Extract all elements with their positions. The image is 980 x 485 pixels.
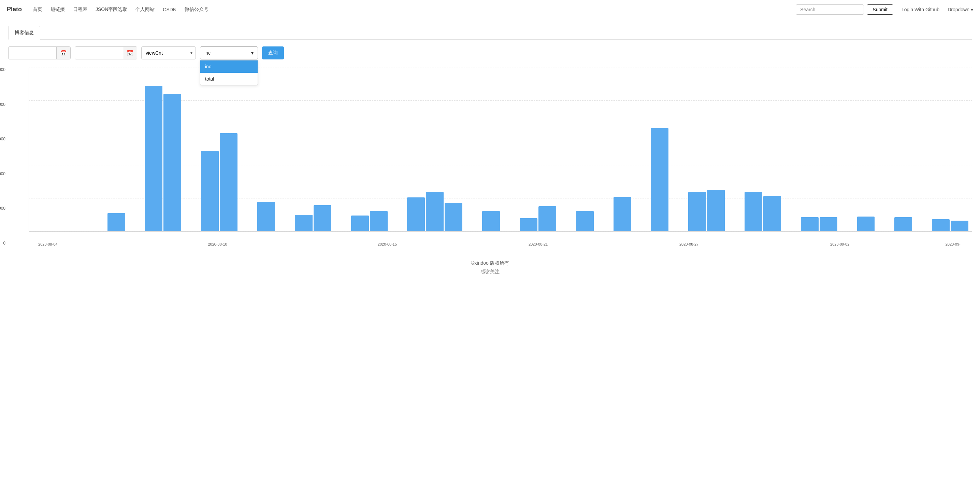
- navbar: Plato 首页 短链接 日程表 JSON字段选取 个人网站 CSDN 微信公众…: [0, 0, 980, 19]
- inc-selected-value: inc: [204, 50, 210, 56]
- x-label-3: 2020-08-21: [528, 242, 548, 246]
- bar-48: [932, 219, 950, 231]
- x-label-1: 2020-08-10: [208, 242, 227, 246]
- date-input-2[interactable]: [75, 48, 123, 58]
- bar-24: [482, 211, 500, 231]
- bar-20: [407, 198, 425, 231]
- bar-10: [220, 133, 237, 231]
- bar-14: [295, 215, 313, 231]
- inc-select-button[interactable]: inc ▾: [200, 46, 258, 59]
- bar-26: [520, 218, 538, 231]
- navbar-search-area: Submit: [796, 5, 893, 15]
- metric-select[interactable]: viewCnt: [141, 46, 196, 59]
- metric-select-wrap: viewCnt ▾: [141, 46, 196, 59]
- nav-json[interactable]: JSON字段选取: [95, 6, 127, 13]
- calendar-icon-1[interactable]: 📅: [56, 47, 70, 59]
- bar-44: [857, 217, 875, 231]
- dropdown-button[interactable]: Dropdown ▾: [948, 7, 973, 12]
- y-label-5: 5000: [0, 68, 5, 72]
- chevron-down-icon: ▾: [251, 50, 253, 56]
- footer-copyright: ©xindoo 版权所有: [8, 259, 972, 267]
- query-button[interactable]: 查询: [262, 46, 284, 59]
- search-input[interactable]: [796, 5, 864, 15]
- inc-select-wrap: inc ▾ inc total: [200, 46, 258, 59]
- bar-31: [614, 197, 631, 231]
- bar-18: [370, 211, 388, 231]
- date-input-2-wrap: 📅: [75, 46, 137, 59]
- x-label-2: 2020-08-15: [378, 242, 397, 246]
- bar-29: [576, 211, 594, 231]
- y-axis: 0 1000 2000 3000 4000 5000: [0, 68, 8, 245]
- bar-27: [538, 206, 556, 231]
- y-label-2: 2000: [0, 172, 5, 176]
- x-label-4: 2020-08-27: [679, 242, 698, 246]
- chevron-down-icon: ▾: [971, 7, 973, 12]
- tab-bar: 博客信息: [8, 26, 972, 40]
- y-label-3: 3000: [0, 137, 5, 141]
- x-label-0: 2020-08-04: [38, 242, 57, 246]
- nav-shortlink[interactable]: 短链接: [51, 6, 65, 13]
- bar-21: [426, 192, 444, 231]
- y-label-0: 0: [3, 241, 5, 245]
- footer-tagline: 感谢关注: [8, 267, 972, 276]
- bars-area: [29, 68, 972, 231]
- bar-12: [257, 202, 275, 231]
- bar-6: [145, 86, 163, 231]
- bar-41: [801, 217, 819, 231]
- bar-39: [763, 196, 781, 231]
- calendar-icon-2[interactable]: 📅: [123, 47, 137, 59]
- nav-schedule[interactable]: 日程表: [73, 6, 88, 13]
- bar-9: [201, 151, 219, 231]
- x-label-6: 2020-09-: [945, 242, 961, 246]
- x-label-5: 2020-09-02: [830, 242, 849, 246]
- bar-42: [819, 217, 837, 231]
- nav-home[interactable]: 首页: [33, 6, 42, 13]
- bar-4: [108, 213, 125, 231]
- main-content: 博客信息 📅 📅 viewCnt ▾ inc ▾ inc: [0, 19, 980, 290]
- bar-33: [651, 128, 668, 231]
- chart-container: 0 1000 2000 3000 4000 5000 2020-08-04: [8, 68, 972, 245]
- nav-personal[interactable]: 个人网站: [135, 6, 154, 13]
- bar-36: [707, 190, 725, 231]
- filter-row: 📅 📅 viewCnt ▾ inc ▾ inc total 查询: [8, 46, 972, 59]
- inc-option-total[interactable]: total: [200, 73, 258, 85]
- date-input-1[interactable]: [8, 48, 56, 58]
- bar-46: [894, 217, 912, 231]
- submit-button[interactable]: Submit: [867, 5, 893, 15]
- bar-15: [313, 205, 331, 231]
- tab-blog-info[interactable]: 博客信息: [8, 26, 40, 40]
- footer: ©xindoo 版权所有 感谢关注: [8, 245, 972, 283]
- bar-38: [745, 192, 762, 231]
- login-link[interactable]: Login With Github: [902, 7, 939, 12]
- bar-17: [351, 215, 369, 231]
- bar-22: [445, 203, 462, 231]
- inc-option-inc[interactable]: inc: [200, 61, 258, 73]
- brand-logo[interactable]: Plato: [7, 6, 22, 13]
- nav-csdn[interactable]: CSDN: [163, 7, 177, 12]
- y-label-1: 1000: [0, 206, 5, 211]
- nav-wechat[interactable]: 微信公众号: [185, 6, 208, 13]
- bar-35: [688, 192, 706, 231]
- inc-dropdown: inc total: [200, 60, 258, 85]
- bar-7: [164, 94, 181, 231]
- y-label-4: 4000: [0, 102, 5, 107]
- date-input-1-wrap: 📅: [8, 46, 71, 59]
- bar-49: [951, 221, 969, 231]
- chart-inner: 2020-08-04 2020-08-10 2020-08-15 2020-08…: [29, 68, 972, 231]
